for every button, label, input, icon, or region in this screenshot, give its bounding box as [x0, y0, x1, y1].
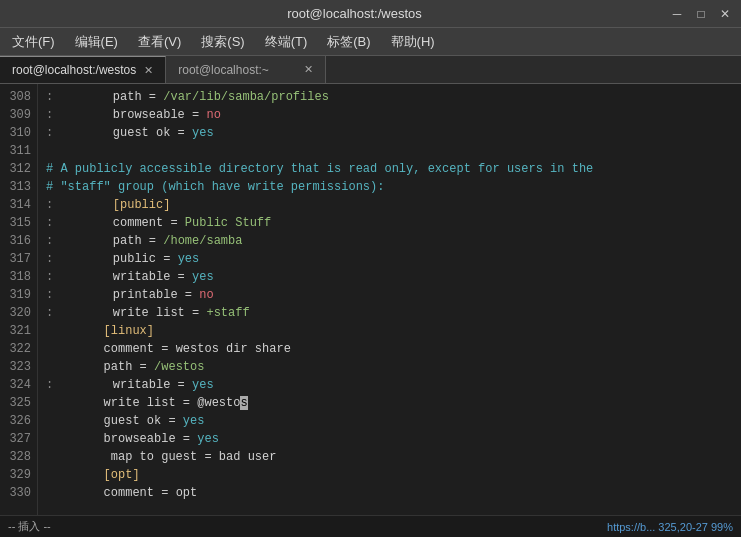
tab-westos[interactable]: root@localhost:/westos ✕ [0, 56, 166, 83]
line-327: browseable = yes [46, 430, 741, 448]
line-319: : printable = no [46, 286, 741, 304]
menu-search[interactable]: 搜索(S) [193, 31, 252, 53]
tab-home-close[interactable]: ✕ [304, 63, 313, 76]
status-bar: -- 插入 -- https://b... 325,20-27 99% [0, 515, 741, 537]
line-320: : write list = +staff [46, 304, 741, 322]
tab-bar: root@localhost:/westos ✕ root@localhost:… [0, 56, 741, 84]
line-329: [opt] [46, 466, 741, 484]
line-316: : path = /home/samba [46, 232, 741, 250]
line-309: : browseable = no [46, 106, 741, 124]
line-312: # A publicly accessible directory that i… [46, 160, 741, 178]
line-311 [46, 142, 741, 160]
code-area[interactable]: 308 309 310 311 312 313 314 315 316 317 … [0, 84, 741, 515]
close-button[interactable]: ✕ [717, 7, 733, 21]
line-323: path = /westos [46, 358, 741, 376]
window-title: root@localhost:/westos [48, 6, 661, 21]
line-321: [linux] [46, 322, 741, 340]
line-308: : path = /var/lib/samba/profiles [46, 88, 741, 106]
tab-westos-label: root@localhost:/westos [12, 63, 136, 77]
line-310: : guest ok = yes [46, 124, 741, 142]
menu-edit[interactable]: 编辑(E) [67, 31, 126, 53]
editor: 308 309 310 311 312 313 314 315 316 317 … [0, 84, 741, 515]
line-322: comment = westos dir share [46, 340, 741, 358]
menu-bar: 文件(F) 编辑(E) 查看(V) 搜索(S) 终端(T) 标签(B) 帮助(H… [0, 28, 741, 56]
line-326: guest ok = yes [46, 412, 741, 430]
line-330: comment = opt [46, 484, 741, 502]
line-318: : writable = yes [46, 268, 741, 286]
line-324: : writable = yes [46, 376, 741, 394]
tab-westos-close[interactable]: ✕ [144, 64, 153, 77]
menu-view[interactable]: 查看(V) [130, 31, 189, 53]
line-325: write list = @westos [46, 394, 741, 412]
line-numbers: 308 309 310 311 312 313 314 315 316 317 … [0, 84, 38, 515]
line-317: : public = yes [46, 250, 741, 268]
menu-terminal[interactable]: 终端(T) [257, 31, 316, 53]
status-mode: -- 插入 -- [8, 519, 51, 534]
title-bar: root@localhost:/westos ─ □ ✕ [0, 0, 741, 28]
line-315: : comment = Public Stuff [46, 214, 741, 232]
minimize-button[interactable]: ─ [669, 7, 685, 21]
menu-file[interactable]: 文件(F) [4, 31, 63, 53]
menu-help[interactable]: 帮助(H) [383, 31, 443, 53]
line-328: map to guest = bad user [46, 448, 741, 466]
maximize-button[interactable]: □ [693, 7, 709, 21]
menu-tabs[interactable]: 标签(B) [319, 31, 378, 53]
line-314: : [public] [46, 196, 741, 214]
code-content[interactable]: : path = /var/lib/samba/profiles : brows… [38, 84, 741, 515]
tab-home-label: root@localhost:~ [178, 63, 269, 77]
line-313: # "staff" group (which have write permis… [46, 178, 741, 196]
status-position: https://b... 325,20-27 99% [607, 521, 733, 533]
tab-home[interactable]: root@localhost:~ ✕ [166, 56, 326, 83]
